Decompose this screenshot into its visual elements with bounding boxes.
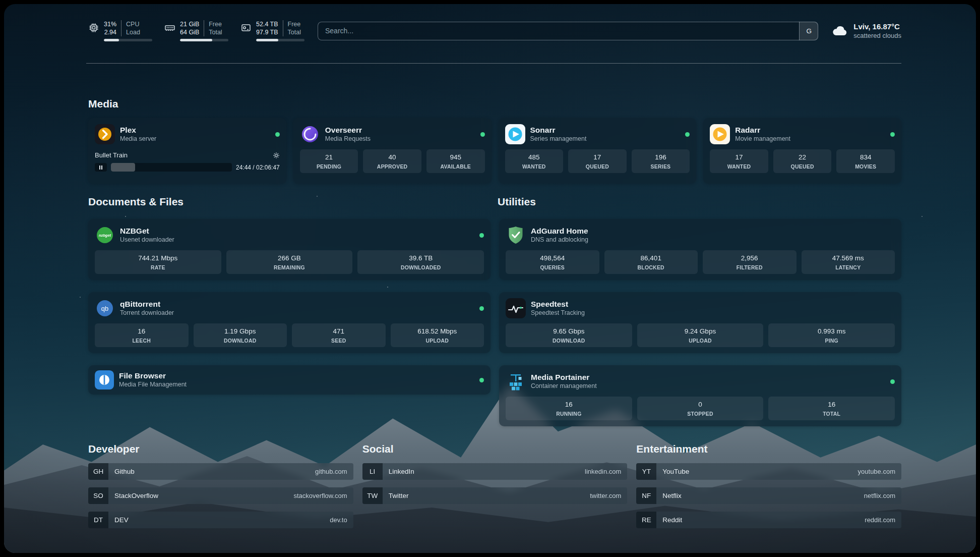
section-title-entertainment: Entertainment — [636, 443, 901, 455]
disk-widget: 52.4 TB 97.9 TB Free Total — [240, 20, 304, 41]
top-bar: 31% 2.94 CPU Load — [88, 20, 901, 41]
bookmark-abbr: GH — [88, 463, 108, 480]
speedtest-icon — [506, 298, 526, 318]
stat-tile: 744.21 Mbps RATE — [95, 250, 221, 274]
service-desc: Usenet downloader — [120, 236, 174, 244]
playback-progress-fill — [111, 163, 135, 172]
service-name: Radarr — [735, 125, 790, 135]
cloud-icon — [831, 24, 848, 37]
filebrowser-card[interactable]: File Browser Media File Management — [88, 365, 491, 395]
search-provider-button[interactable]: G — [799, 22, 818, 40]
service-name: Sonarr — [530, 125, 587, 135]
cpu-widget: 31% 2.94 CPU Load — [88, 20, 152, 41]
bookmark-github[interactable]: GH Github github.com — [88, 463, 353, 480]
plex-card[interactable]: Plex Media server Bullet Train — [88, 118, 286, 184]
stat-tile: 86,401 BLOCKED — [604, 250, 698, 274]
portainer-icon — [506, 371, 526, 392]
radarr-icon — [710, 124, 730, 144]
section-title-developer: Developer — [88, 443, 353, 455]
sonarr-card[interactable]: Sonarr Series management 485 WANTED 17 Q… — [499, 118, 697, 184]
bookmark-reddit[interactable]: RE Reddit reddit.com — [636, 512, 901, 528]
status-indicator — [890, 132, 895, 137]
stat-tile: 196 SERIES — [632, 149, 690, 173]
bookmark-url: reddit.com — [865, 512, 901, 528]
adguard-card[interactable]: AdGuard Home DNS and adblocking 498,564 … — [499, 219, 901, 280]
service-desc: Series management — [530, 135, 587, 143]
bookmark-url: stackoverflow.com — [293, 487, 353, 504]
bookmark-url: netflix.com — [864, 487, 901, 504]
overseerr-card[interactable]: Overseerr Media Requests 21 PENDING 40 A… — [293, 118, 492, 184]
ram-free-label: Free — [209, 20, 222, 28]
service-name: NZBGet — [120, 226, 174, 236]
service-name: Media Portainer — [531, 372, 597, 382]
bookmarks-developer: Developer GH Github github.com SO StackO… — [88, 443, 353, 528]
weather-condition: scattered clouds — [853, 31, 901, 40]
weather-location: Lviv, 16.87°C — [853, 22, 901, 31]
bookmark-name: LinkedIn — [383, 463, 414, 480]
disk-progress-fill — [256, 39, 278, 41]
ram-progress-bar — [180, 39, 228, 41]
stat-tile: 471 SEED — [292, 323, 386, 347]
bookmark-dev[interactable]: DT DEV dev.to — [88, 512, 353, 528]
stat-tile: 22 QUEUED — [773, 149, 832, 173]
bookmark-stackoverflow[interactable]: SO StackOverflow stackoverflow.com — [88, 487, 353, 504]
nzbget-card[interactable]: nzbget NZBGet Usenet downloader 744.21 M… — [88, 219, 491, 280]
service-desc: Movie management — [735, 135, 790, 143]
bookmark-url: youtube.com — [858, 463, 901, 480]
bookmark-name: Netflix — [656, 487, 682, 504]
stat-tile: 16 TOTAL — [768, 397, 895, 420]
status-indicator — [890, 379, 895, 384]
search-input[interactable] — [318, 22, 818, 40]
cpu-load-label: Load — [126, 28, 140, 36]
speedtest-card[interactable]: Speedtest Speedtest Tracking 9.65 Gbps D… — [499, 292, 901, 353]
bookmark-youtube[interactable]: YT YouTube youtube.com — [636, 463, 901, 480]
disk-free-label: Free — [288, 20, 301, 28]
playback-time: 24:44 / 02:06:47 — [236, 164, 280, 171]
qbittorrent-card[interactable]: qb qBittorrent Torrent downloader 16 LEE… — [88, 292, 491, 353]
bookmark-linkedin[interactable]: LI LinkedIn linkedin.com — [362, 463, 628, 480]
gear-icon[interactable] — [273, 152, 280, 159]
snow-particles — [4, 4, 5, 5]
disk-total-label: Total — [288, 28, 301, 36]
radarr-card[interactable]: Radarr Movie management 17 WANTED 22 QUE… — [703, 118, 901, 184]
cpu-usage-value: 31% — [104, 20, 116, 28]
stat-tile: 9.65 Gbps DOWNLOAD — [506, 323, 632, 347]
documents-column: nzbget NZBGet Usenet downloader 744.21 M… — [88, 219, 491, 426]
search-bar: G — [318, 22, 818, 40]
ram-total-value: 64 GiB — [180, 28, 199, 36]
stat-tile: 40 APPROVED — [363, 149, 421, 173]
service-desc: Container management — [531, 382, 597, 391]
bookmark-netflix[interactable]: NF Netflix netflix.com — [636, 487, 901, 504]
stat-tile: 9.24 Gbps UPLOAD — [637, 323, 764, 347]
service-desc: Media File Management — [119, 380, 187, 389]
stat-tile: 39.6 TB DOWNLOADED — [357, 250, 484, 274]
bookmark-abbr: NF — [636, 487, 656, 504]
service-desc: DNS and adblocking — [531, 236, 588, 244]
service-name: Speedtest — [531, 299, 585, 309]
overseerr-icon — [300, 124, 320, 144]
pause-button[interactable] — [95, 163, 107, 172]
header-divider — [86, 63, 901, 64]
bookmark-twitter[interactable]: TW Twitter twitter.com — [362, 487, 628, 504]
weather-widget[interactable]: Lviv, 16.87°C scattered clouds — [831, 22, 901, 40]
sonarr-icon — [505, 124, 525, 144]
disk-free-value: 52.4 TB — [256, 20, 278, 28]
bookmark-url: twitter.com — [590, 487, 627, 504]
svg-text:nzbget: nzbget — [99, 233, 111, 238]
service-name: AdGuard Home — [531, 226, 588, 236]
portainer-card[interactable]: Media Portainer Container management 16 … — [499, 365, 901, 426]
services-columns: nzbget NZBGet Usenet downloader 744.21 M… — [88, 219, 901, 426]
bookmark-name: Reddit — [656, 512, 682, 528]
bookmarks-entertainment: Entertainment YT YouTube youtube.com NF … — [636, 443, 901, 528]
playback-progress-bar[interactable] — [111, 163, 232, 172]
dashboard: 31% 2.94 CPU Load — [4, 4, 976, 553]
stat-tile: 1.19 Gbps DOWNLOAD — [194, 323, 287, 347]
ram-progress-fill — [180, 39, 212, 41]
stat-tile: 16 RUNNING — [506, 397, 632, 420]
cpu-progress-bar — [104, 39, 152, 41]
cpu-usage-label: CPU — [126, 20, 140, 28]
service-desc: Media server — [120, 135, 156, 143]
filebrowser-icon — [95, 370, 114, 389]
stat-tile: 834 MOVIES — [836, 149, 895, 173]
bookmark-abbr: SO — [88, 487, 108, 504]
